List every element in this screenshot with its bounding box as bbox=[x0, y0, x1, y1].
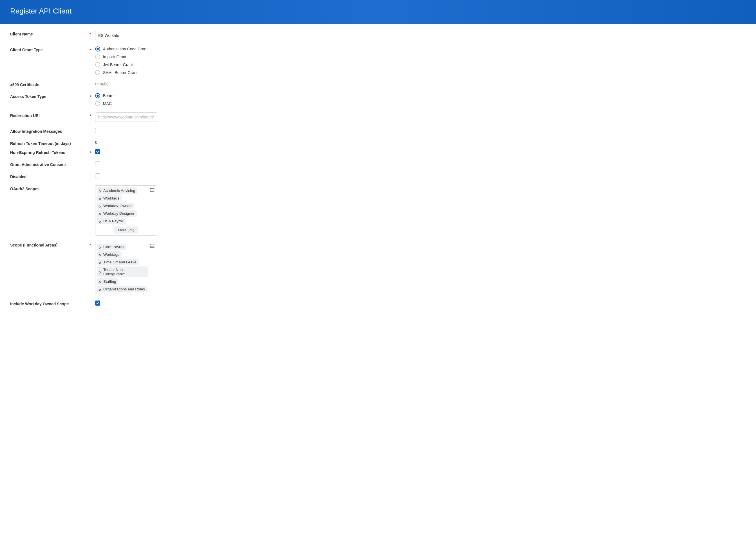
grant-type-option[interactable]: Authorization Code Grant bbox=[95, 46, 157, 51]
grant-type-option[interactable]: SAML Bearer Grant bbox=[95, 70, 157, 75]
grant-admin-consent-checkbox[interactable] bbox=[95, 161, 100, 166]
tag-label: Organizations and Roles bbox=[103, 287, 145, 291]
radio-label: SAML Bearer Grant bbox=[103, 70, 137, 75]
row-client-grant-type: Client Grant Type * Authorization Code G… bbox=[10, 46, 746, 75]
row-include-workday-owned-scope: Include Workday Owned Scope bbox=[10, 301, 746, 306]
radio-icon[interactable] bbox=[95, 46, 100, 51]
row-client-name: Client Name * bbox=[10, 31, 746, 40]
radio-label: Implicit Grant bbox=[103, 55, 126, 59]
grant-type-radio-group: Authorization Code GrantImplicit GrantJw… bbox=[95, 46, 157, 75]
form-container: Client Name * Client Grant Type * Author… bbox=[0, 24, 756, 319]
required-indicator: * bbox=[90, 112, 95, 118]
tag-label: Workday-Owned bbox=[103, 204, 131, 208]
row-allow-integration-messages: Allow Integration Messages bbox=[10, 128, 746, 134]
remove-icon[interactable] bbox=[99, 271, 102, 273]
row-disabled: Disabled bbox=[10, 173, 746, 179]
radio-label: Jwt Bearer Grant bbox=[103, 62, 133, 67]
page-title: Register API Client bbox=[10, 7, 746, 16]
label-x509-certificate: x509 Certificate bbox=[10, 81, 90, 87]
label-access-token-type: Access Token Type bbox=[10, 93, 90, 99]
svg-point-21 bbox=[150, 247, 151, 248]
row-non-expiring-refresh-tokens: Non-Expiring Refresh Tokens * bbox=[10, 149, 746, 155]
token-type-option[interactable]: MAC bbox=[95, 101, 157, 106]
grant-type-option[interactable]: Jwt Bearer Grant bbox=[95, 62, 157, 67]
remove-icon[interactable] bbox=[99, 212, 102, 215]
label-include-workday-owned-scope: Include Workday Owned Scope bbox=[10, 301, 90, 306]
label-allow-integration-messages: Allow Integration Messages bbox=[10, 128, 90, 134]
redirection-uri-input[interactable] bbox=[95, 112, 157, 122]
radio-icon[interactable] bbox=[95, 101, 100, 106]
tag-label: Workday Designer bbox=[103, 211, 134, 215]
list-icon[interactable] bbox=[150, 188, 154, 193]
row-refresh-token-timeout: Refresh Token Timeout (in days) 0 bbox=[10, 140, 746, 146]
tag[interactable]: Core Payroll bbox=[97, 244, 126, 250]
remove-icon[interactable] bbox=[99, 246, 102, 249]
oauth2-scopes-selector[interactable]: Academic AdvisingWorktagsWorkday-OwnedWo… bbox=[95, 185, 157, 235]
label-oauth2-scopes: OAuth2 Scopes bbox=[10, 185, 90, 191]
radio-icon[interactable] bbox=[95, 93, 100, 98]
required-indicator: * bbox=[90, 242, 95, 248]
label-non-expiring-refresh-tokens: Non-Expiring Refresh Tokens bbox=[10, 149, 90, 155]
svg-point-4 bbox=[150, 189, 151, 190]
grant-type-option[interactable]: Implicit Grant bbox=[95, 54, 157, 59]
tag[interactable]: Workday-Owned bbox=[97, 203, 134, 209]
remove-icon[interactable] bbox=[99, 280, 102, 283]
tag[interactable]: Organizations and Roles bbox=[97, 286, 147, 293]
remove-icon[interactable] bbox=[99, 288, 102, 291]
remove-icon[interactable] bbox=[99, 261, 102, 264]
tag[interactable]: Workday Designer bbox=[97, 210, 137, 217]
label-client-name: Client Name bbox=[10, 31, 90, 36]
label-scope-functional-areas: Scope (Functional Areas) bbox=[10, 242, 90, 247]
radio-icon[interactable] bbox=[95, 70, 100, 75]
token-type-radio-group: BearerMAC bbox=[95, 93, 157, 106]
row-grant-admin-consent: Grant Administrative Consent bbox=[10, 161, 746, 167]
row-scope-functional-areas: Scope (Functional Areas) * Core PayrollW… bbox=[10, 242, 746, 294]
label-client-grant-type: Client Grant Type bbox=[10, 46, 90, 52]
row-access-token-type: Access Token Type * BearerMAC bbox=[10, 93, 746, 106]
client-name-input[interactable] bbox=[95, 31, 157, 40]
tag[interactable]: Worktags bbox=[97, 251, 122, 258]
remove-icon[interactable] bbox=[99, 253, 102, 256]
remove-icon[interactable] bbox=[99, 197, 102, 200]
svg-point-20 bbox=[150, 246, 151, 246]
radio-label: Authorization Code Grant bbox=[103, 47, 148, 51]
radio-icon[interactable] bbox=[95, 54, 100, 59]
radio-label: Bearer bbox=[103, 94, 115, 98]
tag-label: Staffing bbox=[103, 279, 116, 284]
tag-label: Tenant Non-Configurable bbox=[103, 268, 146, 276]
row-x509-certificate: x509 Certificate (empty) bbox=[10, 81, 746, 87]
tag[interactable]: Time Off and Leave bbox=[97, 259, 139, 265]
required-indicator: * bbox=[90, 149, 95, 155]
radio-label: MAC bbox=[103, 101, 112, 106]
required-indicator: * bbox=[90, 31, 95, 36]
remove-icon[interactable] bbox=[99, 220, 102, 223]
tag[interactable]: Tenant Non-Configurable bbox=[97, 267, 148, 277]
scope-functional-areas-selector[interactable]: Core PayrollWorktagsTime Off and LeaveTe… bbox=[95, 242, 157, 294]
tag-label: Time Off and Leave bbox=[103, 260, 136, 264]
row-redirection-uri: Redirection URI * bbox=[10, 112, 746, 122]
tag[interactable]: USA Payroll bbox=[97, 218, 126, 224]
disabled-checkbox[interactable] bbox=[95, 173, 100, 178]
tag[interactable]: Academic Advising bbox=[97, 187, 137, 194]
radio-icon[interactable] bbox=[95, 62, 100, 67]
required-indicator: * bbox=[90, 93, 95, 99]
svg-point-19 bbox=[150, 245, 151, 245]
remove-icon[interactable] bbox=[99, 189, 102, 192]
tag-label: Academic Advising bbox=[103, 188, 135, 193]
more-button[interactable]: More (75) bbox=[114, 227, 138, 233]
tag-label: Core Payroll bbox=[103, 245, 124, 249]
allow-integration-messages-checkbox[interactable] bbox=[95, 128, 100, 133]
svg-point-3 bbox=[150, 188, 151, 188]
tag-label: Worktags bbox=[103, 196, 119, 200]
tag[interactable]: Staffing bbox=[97, 278, 119, 285]
label-grant-admin-consent: Grant Administrative Consent bbox=[10, 161, 90, 167]
list-icon[interactable] bbox=[150, 244, 154, 249]
non-expiring-refresh-tokens-checkbox[interactable] bbox=[95, 149, 100, 154]
include-workday-owned-scope-checkbox[interactable] bbox=[95, 301, 100, 306]
label-redirection-uri: Redirection URI bbox=[10, 112, 90, 118]
label-refresh-token-timeout: Refresh Token Timeout (in days) bbox=[10, 140, 90, 146]
tag-label: USA Payroll bbox=[103, 219, 124, 223]
remove-icon[interactable] bbox=[99, 205, 102, 207]
tag[interactable]: Worktags bbox=[97, 195, 122, 201]
token-type-option[interactable]: Bearer bbox=[95, 93, 157, 98]
